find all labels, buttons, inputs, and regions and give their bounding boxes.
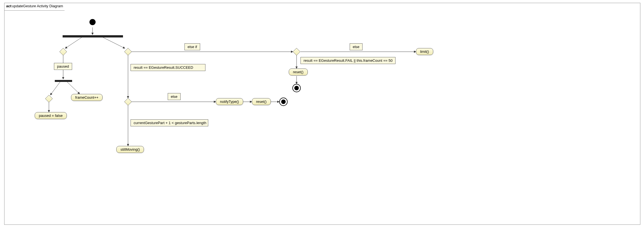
fork-bar-2 bbox=[55, 80, 72, 82]
decision-gesture-parts bbox=[124, 98, 132, 105]
svg-line-1 bbox=[65, 37, 82, 48]
guard-else-top: else bbox=[350, 43, 363, 50]
activity-paused-false: paused = false bbox=[35, 112, 67, 119]
activity-stillmoving: stillMoving() bbox=[116, 146, 144, 153]
decision-fail bbox=[293, 48, 300, 55]
svg-marker-18 bbox=[124, 48, 132, 55]
svg-marker-16 bbox=[60, 48, 67, 55]
decision-result bbox=[124, 48, 132, 55]
guard-elseif: else if bbox=[184, 43, 200, 50]
guard-fail: result == EGestureResult.FAIL || this.fr… bbox=[300, 57, 396, 64]
final-node-right bbox=[292, 84, 301, 92]
decision-paused bbox=[60, 48, 67, 55]
guard-succeed: result == EGestureResult.SUCCEED bbox=[131, 64, 205, 71]
svg-marker-17 bbox=[45, 95, 53, 102]
svg-line-2 bbox=[102, 37, 125, 48]
svg-marker-19 bbox=[293, 48, 300, 55]
guard-paused: paused bbox=[54, 63, 72, 70]
svg-line-5 bbox=[67, 82, 80, 94]
activity-reset-mid: reset() bbox=[252, 98, 271, 105]
guard-more-parts: currentGesturePart + 1 < gestureParts.le… bbox=[131, 119, 208, 126]
initial-node bbox=[89, 19, 96, 25]
svg-line-4 bbox=[50, 82, 60, 95]
activity-limit: limit() bbox=[416, 48, 433, 55]
final-node-mid bbox=[279, 98, 288, 106]
activity-notifytype: notifyType() bbox=[216, 98, 243, 105]
decision-paused-false bbox=[45, 95, 53, 102]
activity-reset-right: reset() bbox=[289, 68, 308, 75]
svg-marker-20 bbox=[124, 98, 132, 105]
guard-else-mid: else bbox=[168, 93, 181, 100]
fork-bar-1 bbox=[63, 35, 123, 37]
activity-framecount: frameCount++ bbox=[71, 94, 103, 101]
